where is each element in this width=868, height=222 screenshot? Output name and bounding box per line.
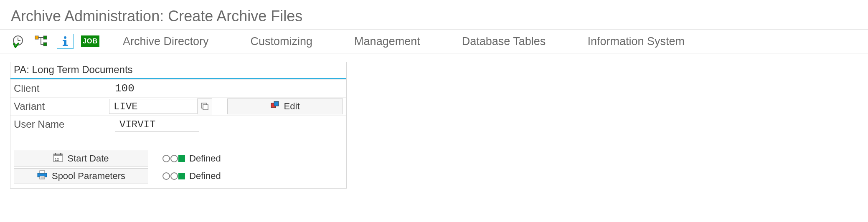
row-user-name: User Name	[10, 115, 346, 133]
svg-rect-9	[63, 40, 65, 41]
link-information-system[interactable]: Information System	[587, 35, 685, 48]
toolbar: JOB Archive Directory Customizing Manage…	[0, 30, 868, 53]
hierarchy-icon[interactable]	[33, 34, 49, 48]
link-archive-directory[interactable]: Archive Directory	[123, 35, 209, 48]
svg-rect-21	[40, 171, 45, 173]
panel-title: PA: Long Term Documents	[10, 62, 346, 79]
start-date-button-label: Start Date	[67, 153, 109, 164]
link-management[interactable]: Management	[354, 35, 420, 48]
spool-parameters-status-text: Defined	[189, 171, 221, 182]
svg-rect-12	[203, 105, 208, 110]
svg-rect-18	[60, 153, 61, 155]
start-date-button[interactable]: 12 Start Date	[14, 151, 148, 166]
svg-rect-4	[43, 36, 47, 39]
svg-rect-17	[55, 153, 56, 155]
svg-rect-3	[35, 36, 38, 39]
execute-clock-icon[interactable]	[10, 34, 26, 48]
value-client: 100	[115, 82, 135, 95]
job-icon[interactable]: JOB	[81, 35, 99, 47]
label-user-name: User Name	[14, 119, 110, 130]
svg-text:12: 12	[55, 157, 59, 161]
svg-rect-10	[63, 45, 68, 46]
traffic-light-icon	[162, 172, 185, 180]
page-title: Archive Administration: Create Archive F…	[0, 0, 868, 29]
calendar-icon: 12	[53, 153, 63, 164]
start-date-status: Defined	[162, 153, 221, 164]
row-spool-parameters: Spool Parameters Defined	[14, 168, 343, 184]
f4-help-icon[interactable]	[197, 98, 212, 114]
spool-parameters-button-label: Spool Parameters	[52, 171, 125, 182]
row-start-date: 12 Start Date Defined	[14, 151, 343, 166]
link-customizing[interactable]: Customizing	[251, 35, 313, 48]
info-icon[interactable]	[57, 34, 74, 49]
maintain-icon	[271, 101, 280, 112]
link-database-tables[interactable]: Database Tables	[462, 35, 546, 48]
page: Archive Administration: Create Archive F…	[0, 0, 868, 197]
label-variant: Variant	[14, 101, 104, 112]
variant-input-wrap	[109, 98, 212, 114]
label-client: Client	[14, 83, 110, 94]
svg-point-7	[64, 36, 66, 39]
edit-button-label: Edit	[284, 101, 300, 112]
row-variant: Variant Edit	[10, 97, 346, 115]
variant-input[interactable]	[109, 99, 197, 114]
start-date-status-text: Defined	[189, 153, 221, 164]
user-name-input[interactable]	[115, 117, 199, 132]
form-panel: PA: Long Term Documents Client 100 Varia…	[10, 62, 347, 189]
printer-icon	[37, 170, 48, 182]
svg-rect-14	[274, 101, 279, 106]
spool-parameters-button[interactable]: Spool Parameters	[14, 168, 148, 184]
edit-button[interactable]: Edit	[227, 98, 343, 114]
row-client: Client 100	[10, 79, 346, 97]
toolbar-links: Archive Directory Customizing Management…	[123, 35, 685, 48]
traffic-light-icon	[162, 155, 185, 162]
svg-rect-5	[43, 43, 47, 46]
job-icon-label: JOB	[83, 38, 98, 45]
content: PA: Long Term Documents Client 100 Varia…	[0, 53, 868, 197]
sub-section: 12 Start Date Defined	[10, 151, 346, 188]
toolbar-icons: JOB	[10, 34, 99, 49]
spool-parameters-status: Defined	[162, 171, 221, 182]
